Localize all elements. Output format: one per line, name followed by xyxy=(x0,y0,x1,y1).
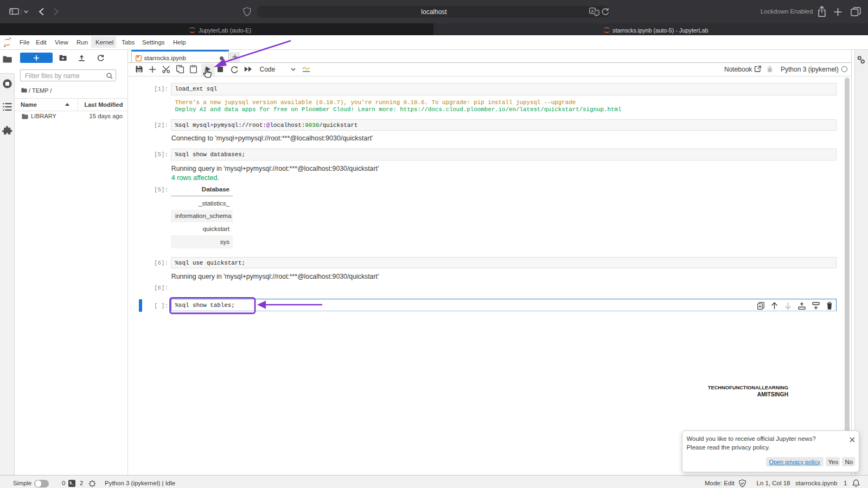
svg-text:A: A xyxy=(591,9,594,14)
